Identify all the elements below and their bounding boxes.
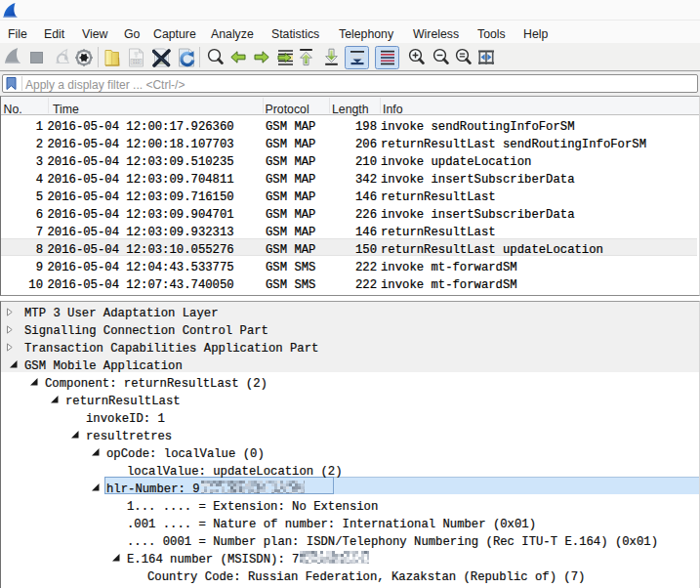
svg-text:010: 010	[133, 60, 141, 64]
